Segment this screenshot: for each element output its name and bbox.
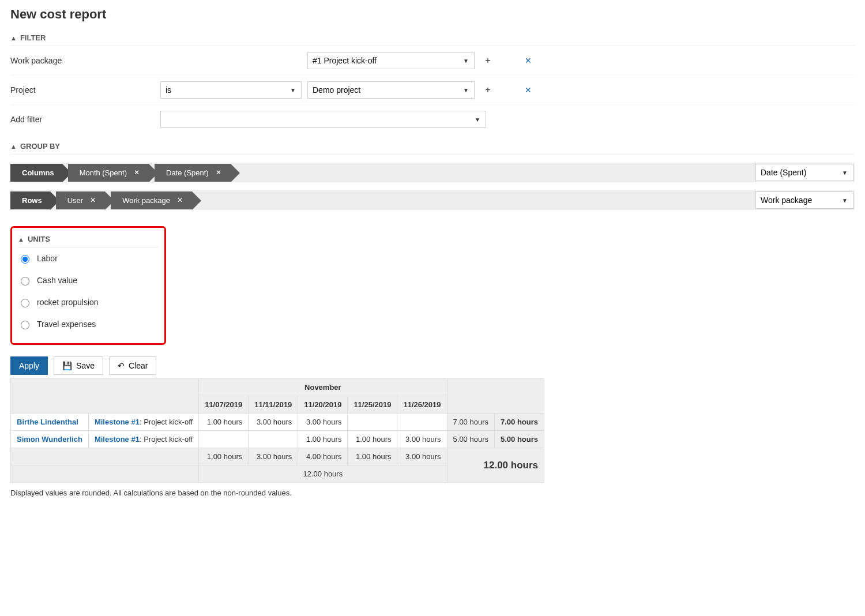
- close-icon[interactable]: ✕: [177, 196, 183, 204]
- add-filter-label: Add filter: [10, 115, 155, 124]
- save-button[interactable]: 💾Save: [54, 356, 103, 375]
- month-header: November: [199, 379, 447, 396]
- user-link[interactable]: Simon Wunderlich: [17, 435, 82, 444]
- data-cell: [199, 431, 249, 448]
- data-cell: [397, 414, 447, 431]
- groupby-columns-add-select[interactable]: Date (Spent): [755, 164, 853, 181]
- unit-radio[interactable]: [21, 277, 29, 286]
- column-total: 4.00 hours: [298, 448, 348, 465]
- add-filter-row: Add filter: [10, 105, 855, 134]
- remove-filter-icon[interactable]: ✕: [521, 56, 536, 65]
- groupby-toggle[interactable]: ▲ Group by: [10, 138, 855, 155]
- units-header-label: Units: [28, 235, 50, 243]
- column-total: 3.00 hours: [397, 448, 447, 465]
- column-total: 1.00 hours: [348, 448, 397, 465]
- report-table: November 11/07/201911/11/201911/20/20191…: [10, 378, 544, 483]
- groupby-chip-month[interactable]: Month (Spent)✕: [68, 164, 149, 182]
- date-header: 11/07/2019: [199, 396, 249, 414]
- add-filter-value-icon[interactable]: +: [480, 55, 495, 66]
- groupby-rows-row: Rows User✕ Work package✕ Work package: [10, 190, 855, 210]
- groupby-chip-date[interactable]: Date (Spent)✕: [155, 164, 231, 182]
- groupby-chip-work-package[interactable]: Work package✕: [111, 191, 192, 209]
- groupby-rows-add-select[interactable]: Work package: [755, 191, 853, 209]
- close-icon[interactable]: ✕: [90, 196, 96, 204]
- data-cell: [249, 431, 298, 448]
- filter-toggle[interactable]: ▲ Filter: [10, 30, 855, 46]
- unit-option[interactable]: rocket propulsion: [18, 291, 159, 313]
- data-cell: 3.00 hours: [397, 431, 447, 448]
- row-subtotal: 7.00 hours: [447, 414, 494, 431]
- remove-filter-icon[interactable]: ✕: [521, 85, 536, 95]
- table-row: Birthe LindenthalMilestone #1: Project k…: [11, 414, 544, 431]
- add-filter-value-icon[interactable]: +: [480, 85, 495, 95]
- date-header: 11/26/2019: [397, 396, 447, 414]
- unit-radio[interactable]: [21, 299, 29, 307]
- user-link[interactable]: Birthe Lindenthal: [17, 418, 78, 426]
- close-icon[interactable]: ✕: [216, 168, 221, 176]
- unit-option[interactable]: Labor: [18, 247, 159, 269]
- filter-header-label: Filter: [20, 33, 46, 42]
- date-header: 11/11/2019: [249, 396, 298, 414]
- data-cell: 1.00 hours: [298, 431, 348, 448]
- groupby-columns-header: Columns: [10, 164, 62, 182]
- filter-value-work-package[interactable]: #1 Project kick-off: [307, 52, 475, 69]
- column-total: 3.00 hours: [249, 448, 298, 465]
- unit-label: Labor: [37, 254, 58, 263]
- data-cell: [348, 414, 397, 431]
- unit-radio[interactable]: [21, 321, 29, 329]
- groupby-chip-user[interactable]: User✕: [56, 191, 105, 209]
- date-header: 11/20/2019: [298, 396, 348, 414]
- column-total: 1.00 hours: [199, 448, 249, 465]
- filter-operator-project[interactable]: is: [160, 81, 302, 99]
- unit-label: Cash value: [37, 276, 77, 285]
- add-filter-select[interactable]: [160, 111, 486, 128]
- month-total: 12.00 hours: [199, 465, 447, 483]
- unit-option[interactable]: Cash value: [18, 269, 159, 291]
- chevron-up-icon: ▲: [10, 35, 17, 42]
- unit-label: Travel expenses: [37, 320, 96, 329]
- data-cell: 1.00 hours: [199, 414, 249, 431]
- page-title: New cost report: [10, 7, 855, 22]
- filter-value-project[interactable]: Demo project: [307, 81, 475, 99]
- filter-row-work-package: Work package #1 Project kick-off + ✕: [10, 46, 855, 76]
- grand-total: 12.00 hours: [447, 448, 544, 483]
- filter-row-project: Project is Demo project + ✕: [10, 76, 855, 105]
- row-total: 5.00 hours: [494, 431, 544, 448]
- footnote: Displayed values are rounded. All calcul…: [10, 489, 855, 497]
- data-cell: 3.00 hours: [298, 414, 348, 431]
- groupby-header-label: Group by: [20, 142, 60, 151]
- table-row: Simon WunderlichMilestone #1: Project ki…: [11, 431, 544, 448]
- data-cell: 3.00 hours: [249, 414, 298, 431]
- date-header: 11/25/2019: [348, 396, 397, 414]
- unit-label: rocket propulsion: [37, 298, 99, 307]
- units-toggle[interactable]: ▲ Units: [18, 231, 159, 247]
- chevron-up-icon: ▲: [18, 236, 24, 243]
- row-subtotal: 5.00 hours: [447, 431, 494, 448]
- clear-button[interactable]: ↶Clear: [109, 356, 156, 375]
- groupby-rows-header: Rows: [10, 191, 50, 209]
- filter-label-project: Project: [10, 85, 155, 95]
- chevron-up-icon: ▲: [10, 143, 17, 150]
- workpackage-link[interactable]: Milestone #1: [95, 418, 140, 426]
- apply-button[interactable]: Apply: [10, 356, 48, 375]
- units-box: ▲ Units LaborCash valuerocket propulsion…: [10, 226, 166, 345]
- row-total: 7.00 hours: [494, 414, 544, 431]
- save-icon: 💾: [62, 361, 72, 370]
- workpackage-link[interactable]: Milestone #1: [95, 435, 140, 444]
- filter-label-work-package: Work package: [10, 56, 155, 65]
- close-icon[interactable]: ✕: [134, 168, 140, 176]
- data-cell: 1.00 hours: [348, 431, 397, 448]
- unit-radio[interactable]: [21, 255, 29, 264]
- groupby-columns-row: Columns Month (Spent)✕ Date (Spent)✕ Dat…: [10, 163, 855, 182]
- unit-option[interactable]: Travel expenses: [18, 313, 159, 335]
- undo-icon: ↶: [118, 361, 125, 370]
